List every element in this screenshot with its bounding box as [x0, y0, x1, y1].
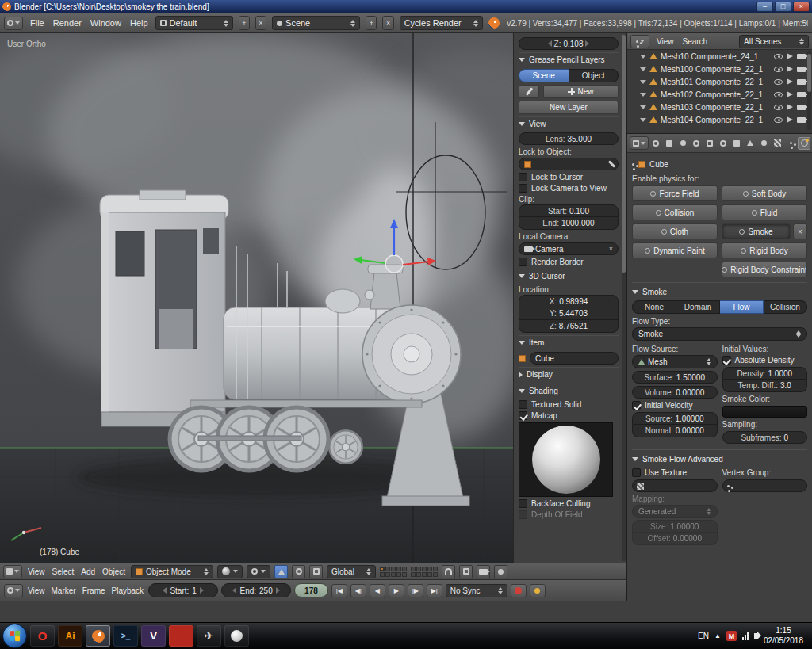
- maximize-button[interactable]: □: [775, 2, 791, 12]
- renderability-icon[interactable]: [797, 117, 806, 123]
- terminal-taskbar-icon[interactable]: >_: [113, 625, 138, 647]
- menu-view[interactable]: View: [26, 586, 47, 595]
- frame-end-field[interactable]: End:250: [221, 583, 291, 597]
- lock-camera-row[interactable]: Lock Camera to View: [519, 184, 619, 193]
- opera-taskbar-icon[interactable]: O: [30, 625, 55, 647]
- editor-type-button[interactable]: [630, 136, 649, 150]
- lock-camera-checkbox[interactable]: [519, 184, 527, 193]
- renderability-icon[interactable]: [797, 105, 806, 110]
- new-layer-button[interactable]: New Layer: [519, 101, 619, 114]
- scrollbar[interactable]: [807, 51, 811, 130]
- tab-world-icon[interactable]: [690, 137, 703, 150]
- layers-group-1[interactable]: [380, 567, 407, 577]
- source-field[interactable]: Source:1.00000: [632, 412, 718, 425]
- tab-flow[interactable]: Flow: [720, 300, 764, 314]
- menu-select[interactable]: Select: [51, 567, 76, 576]
- renderability-icon[interactable]: [797, 67, 806, 72]
- tab-particles-icon[interactable]: [784, 137, 797, 150]
- menu-file[interactable]: File: [29, 18, 46, 28]
- tab-domain[interactable]: Domain: [676, 300, 720, 314]
- menu-frame[interactable]: Frame: [81, 586, 107, 595]
- visibility-icon[interactable]: [774, 117, 783, 123]
- menu-help[interactable]: Help: [128, 18, 150, 28]
- renderability-icon[interactable]: [797, 54, 806, 59]
- tab-render-icon[interactable]: [649, 137, 662, 150]
- tab-object-icon[interactable]: [703, 137, 716, 150]
- transform-z-field[interactable]: Z: 0.108: [519, 37, 619, 50]
- editor-type-button[interactable]: [4, 17, 23, 30]
- selectability-icon[interactable]: [787, 66, 793, 72]
- expand-icon[interactable]: [640, 55, 646, 59]
- visibility-icon[interactable]: [774, 92, 783, 97]
- current-frame-field[interactable]: 178: [294, 583, 328, 597]
- play-reverse-button[interactable]: ◀: [370, 584, 385, 597]
- properties-editor[interactable]: Cube Enable physics for: Force Field Sof…: [627, 133, 812, 601]
- menu-view[interactable]: View: [655, 37, 676, 46]
- close-button[interactable]: ×: [793, 2, 810, 12]
- tab-grease-object[interactable]: Object: [569, 69, 619, 82]
- lens-field[interactable]: Lens:35.000: [519, 132, 619, 145]
- eyedropper-icon[interactable]: [608, 160, 615, 167]
- screen-layout-selector[interactable]: Default: [155, 16, 233, 30]
- add-scene-button[interactable]: +: [366, 16, 377, 30]
- collision-button[interactable]: Collision: [632, 204, 718, 220]
- grease-draw-button[interactable]: [519, 85, 539, 98]
- panel-header-shading[interactable]: Shading: [519, 384, 619, 398]
- add-layout-button[interactable]: +: [239, 16, 250, 30]
- vertex-group-field[interactable]: [722, 479, 808, 492]
- outliner-row[interactable]: Mesh100 Componente_22_1: [627, 63, 812, 75]
- advanced-panel-header[interactable]: Smoke Flow Advanced: [632, 452, 807, 466]
- local-camera-field[interactable]: Camera×: [519, 242, 619, 255]
- decrement-arrow[interactable]: [548, 40, 552, 47]
- object-name[interactable]: Mesh100 Componente_22_1: [661, 65, 763, 74]
- panel-header-grease-pencil[interactable]: Grease Pencil Layers: [519, 52, 619, 67]
- mode-selector[interactable]: Object Mode: [131, 565, 213, 578]
- expand-icon[interactable]: [640, 105, 646, 109]
- expand-icon[interactable]: [640, 118, 646, 122]
- taskbar-clock[interactable]: 1:15 02/05/2018: [764, 626, 803, 646]
- manipulator-scale-button[interactable]: [309, 565, 323, 578]
- matcap-preview[interactable]: [519, 422, 613, 497]
- editor-type-button[interactable]: [630, 35, 649, 48]
- object-name[interactable]: Mesh103 Componente_22_1: [661, 103, 763, 112]
- object-name[interactable]: Mesh102 Componente_22_1: [661, 90, 763, 99]
- tab-data-icon[interactable]: [744, 137, 756, 150]
- record-button[interactable]: [511, 584, 527, 597]
- volume-field[interactable]: Volume:0.00000: [632, 386, 718, 399]
- snap-element-button[interactable]: [459, 565, 473, 578]
- gizmo-center[interactable]: [385, 255, 403, 273]
- volume-icon[interactable]: [754, 633, 758, 639]
- tab-collision[interactable]: Collision: [764, 300, 807, 314]
- temp-diff-field[interactable]: Temp. Diff.:3.0: [722, 380, 808, 392]
- backface-culling-row[interactable]: Backface Culling: [519, 499, 619, 508]
- expand-icon[interactable]: [640, 67, 646, 71]
- render-border-checkbox[interactable]: [519, 258, 527, 266]
- increment-arrow[interactable]: [200, 587, 204, 594]
- cursor-z-field[interactable]: Z:8.76521: [519, 320, 619, 333]
- jump-to-start-button[interactable]: |◀: [331, 584, 347, 597]
- manipulator-translate-button[interactable]: [274, 565, 288, 578]
- outliner-editor[interactable]: View Search All Scenes Mesh10 Componente…: [627, 33, 812, 133]
- remove-layout-button[interactable]: ×: [255, 16, 266, 30]
- lock-to-cursor-checkbox[interactable]: [519, 173, 527, 181]
- increment-arrow[interactable]: [276, 587, 280, 594]
- object-name[interactable]: Mesh101 Componente_22_1: [661, 78, 763, 86]
- visibility-icon[interactable]: [774, 67, 783, 72]
- menu-add[interactable]: Add: [79, 567, 97, 576]
- red-app-taskbar-icon[interactable]: [169, 625, 193, 647]
- surface-field[interactable]: Surface:1.50000: [632, 371, 718, 384]
- minimize-button[interactable]: –: [756, 2, 773, 12]
- use-texture-checkbox[interactable]: [632, 468, 641, 477]
- editor-type-button[interactable]: [3, 565, 22, 578]
- window-titlebar[interactable]: Blender [C:\Users\Noir\Desktop\smokey th…: [0, 0, 812, 13]
- dynamic-paint-button[interactable]: Dynamic Paint: [632, 242, 718, 258]
- initial-velocity-checkbox[interactable]: [632, 401, 641, 410]
- outliner-row[interactable]: Mesh102 Componente_22_1: [627, 88, 812, 101]
- tab-modifiers-icon[interactable]: [730, 137, 743, 150]
- play-button[interactable]: ▶: [389, 584, 404, 597]
- selectability-icon[interactable]: [787, 91, 793, 97]
- menu-object[interactable]: Object: [101, 567, 127, 576]
- fluid-button[interactable]: Fluid: [722, 204, 807, 220]
- panel-header-3d-cursor[interactable]: 3D Cursor: [519, 269, 619, 283]
- tab-render-layers-icon[interactable]: [663, 137, 676, 150]
